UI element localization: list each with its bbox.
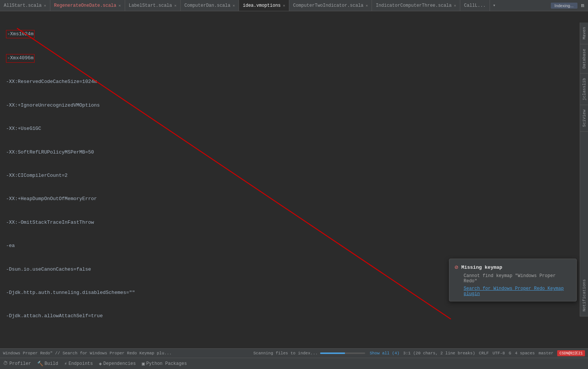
sidebar-item-jclasslib[interactable]: jclasslib bbox=[580, 74, 588, 105]
line-9: -XX:-OmitStackTraceInFastThrow bbox=[6, 219, 582, 227]
maven-button[interactable]: m bbox=[579, 3, 586, 9]
encoding-indicator[interactable]: UTF-8 bbox=[493, 351, 505, 355]
bottom-toolbar: ⏱ Profiler 🔨 Build ⚡ Endpoints ◈ Depende… bbox=[0, 358, 588, 369]
highlighted-xmx: -Xmx4096m bbox=[6, 54, 35, 63]
python-packages-icon: ▣ bbox=[142, 361, 145, 367]
editor-area: -Xms1024m -Xmx4096m -XX:ReservedCodeCach… bbox=[0, 11, 588, 337]
dependencies-icon: ◈ bbox=[99, 361, 102, 367]
tab-close-computertwo[interactable]: ✕ bbox=[366, 3, 368, 8]
tab-vmoptions[interactable]: idea.vmoptions ✕ bbox=[239, 0, 289, 11]
build-label: Build bbox=[45, 361, 58, 366]
tab-computerdan[interactable]: ComputerDan.scala ✕ bbox=[181, 0, 239, 11]
tab-indicatorthree[interactable]: IndicatorComputerThree.scala ✕ bbox=[372, 0, 460, 11]
notification-body: Cannot find keymap "Windows Proper Redo" bbox=[464, 273, 571, 284]
sidebar-item-database[interactable]: Database bbox=[580, 44, 588, 74]
endpoints-label: Endpoints bbox=[68, 361, 93, 366]
line-7: -XX:CICompilerCount=2 bbox=[6, 172, 582, 180]
line-1: -Xms1024m bbox=[6, 30, 582, 39]
tab-close-indicatorthree[interactable]: ✕ bbox=[454, 3, 456, 8]
python-packages-label: Python Packages bbox=[146, 361, 187, 366]
toolbar-python-packages[interactable]: ▣ Python Packages bbox=[142, 361, 187, 367]
dependencies-label: Dependencies bbox=[103, 361, 136, 366]
csdn-badge[interactable]: CSDN@社区21 bbox=[557, 350, 585, 356]
tab-label: ComputerDan.scala bbox=[184, 3, 230, 8]
tab-close-vmoptions[interactable]: ✕ bbox=[283, 3, 285, 8]
tab-close-regenerate[interactable]: ✕ bbox=[119, 3, 121, 8]
tab-bar-right: Indexing... m bbox=[551, 3, 588, 9]
status-right: Show all (4) 3:1 (20 chars, 2 line break… bbox=[370, 350, 585, 356]
toolbar-dependencies[interactable]: ◈ Dependencies bbox=[99, 361, 136, 367]
notification-link[interactable]: Search for Windows Proper Redo Keymap pl… bbox=[464, 286, 571, 297]
sidebar-label-database: Database bbox=[582, 49, 586, 69]
line-8: -XX:+HeapDumpOnOutOfMemoryError bbox=[6, 195, 582, 203]
notification-header: ⊘ Missing keymap bbox=[455, 264, 571, 271]
profiler-label: Profiler bbox=[9, 361, 31, 366]
notification-title: Missing keymap bbox=[461, 265, 502, 270]
line-6: -XX:SoftRefLRUPolicyMSPerMB=50 bbox=[6, 149, 582, 157]
sidebar-label-jclasslib: jclasslib bbox=[582, 78, 586, 100]
tab-close-allstart[interactable]: ✕ bbox=[44, 3, 46, 8]
sidebar-label-notifications: Notifications bbox=[582, 279, 586, 312]
branch-indicator[interactable]: master bbox=[538, 351, 553, 355]
tab-label: IndicatorComputerThree.scala bbox=[376, 3, 452, 8]
line-3: -XX:ReservedCodeCacheSize=1024m bbox=[6, 78, 582, 86]
sidebar-item-maven[interactable]: Maven bbox=[580, 23, 588, 44]
error-icon: ⊘ bbox=[455, 264, 458, 271]
tab-overflow-button[interactable]: ▾ bbox=[490, 3, 499, 8]
line-10: -ea bbox=[6, 242, 582, 250]
toolbar-endpoints[interactable]: ⚡ Endpoints bbox=[64, 361, 93, 367]
sidebar-label-maven: Maven bbox=[582, 27, 586, 39]
toolbar-build[interactable]: 🔨 Build bbox=[37, 361, 58, 367]
position-indicator[interactable]: 3:1 (20 chars, 2 line breaks) bbox=[403, 351, 475, 355]
tab-close-labelstart[interactable]: ✕ bbox=[174, 3, 177, 8]
build-icon: 🔨 bbox=[37, 361, 43, 367]
line-14: -Djdk.module.illegalAccess.silent=true bbox=[6, 336, 582, 337]
indexing-button[interactable]: Indexing... bbox=[551, 3, 577, 9]
tab-label: idea.vmoptions bbox=[243, 3, 281, 8]
tab-label: CallL... bbox=[464, 3, 486, 8]
status-scanning: Scanning files to index... bbox=[253, 351, 365, 355]
tab-label: LabelStart.scala bbox=[129, 3, 172, 8]
tab-regenerate[interactable]: RegenerateOneDate.scala ✕ bbox=[50, 0, 125, 11]
google-icon: G bbox=[509, 351, 511, 355]
status-bar: Windows Proper Redo" // Search for Windo… bbox=[0, 348, 588, 358]
sidebar-label-sciview: SciView bbox=[582, 110, 586, 127]
progress-bar-fill bbox=[320, 352, 345, 354]
status-left-text: Windows Proper Redo" // Search for Windo… bbox=[3, 351, 249, 355]
tab-bar: AllStart.scala ✕ RegenerateOneDate.scala… bbox=[0, 0, 588, 11]
tab-labelstart[interactable]: LabelStart.scala ✕ bbox=[125, 0, 181, 11]
progress-bar-container bbox=[320, 352, 365, 354]
notification-popup: ⊘ Missing keymap Cannot find keymap "Win… bbox=[449, 259, 577, 301]
right-sidebar: Maven Database jclasslib SciView Notific… bbox=[580, 23, 588, 316]
line-4: -XX:+IgnoreUnrecognizedVMOptions bbox=[6, 102, 582, 110]
tab-allstart[interactable]: AllStart.scala ✕ bbox=[0, 0, 50, 11]
show-all-button[interactable]: Show all (4) bbox=[370, 351, 399, 355]
tab-computertwo[interactable]: ComputerTwoIndicator.scala ✕ bbox=[289, 0, 372, 11]
indent-indicator[interactable]: 4 spaces bbox=[515, 351, 535, 355]
sidebar-item-notifications[interactable]: Notifications bbox=[580, 275, 588, 316]
line-13: -Djdk.attach.allowAttachSelf=true bbox=[6, 312, 582, 320]
line-ending-indicator[interactable]: CRLF bbox=[479, 351, 489, 355]
tab-calll[interactable]: CallL... bbox=[460, 0, 490, 11]
toolbar-profiler[interactable]: ⏱ Profiler bbox=[3, 361, 31, 366]
sidebar-item-sciview[interactable]: SciView bbox=[580, 105, 588, 132]
tab-label: AllStart.scala bbox=[4, 3, 42, 8]
line-2: -Xmx4096m bbox=[6, 54, 582, 63]
endpoints-icon: ⚡ bbox=[64, 361, 67, 367]
tab-label: RegenerateOneDate.scala bbox=[54, 3, 116, 8]
line-5: -XX:+UseG1GC bbox=[6, 125, 582, 133]
tab-close-computerdan[interactable]: ✕ bbox=[233, 3, 235, 8]
profiler-icon: ⏱ bbox=[3, 361, 8, 366]
scanning-label: Scanning files to index... bbox=[253, 351, 318, 355]
highlighted-xms: -Xms1024m bbox=[6, 30, 35, 39]
tab-label: ComputerTwoIndicator.scala bbox=[293, 3, 363, 8]
